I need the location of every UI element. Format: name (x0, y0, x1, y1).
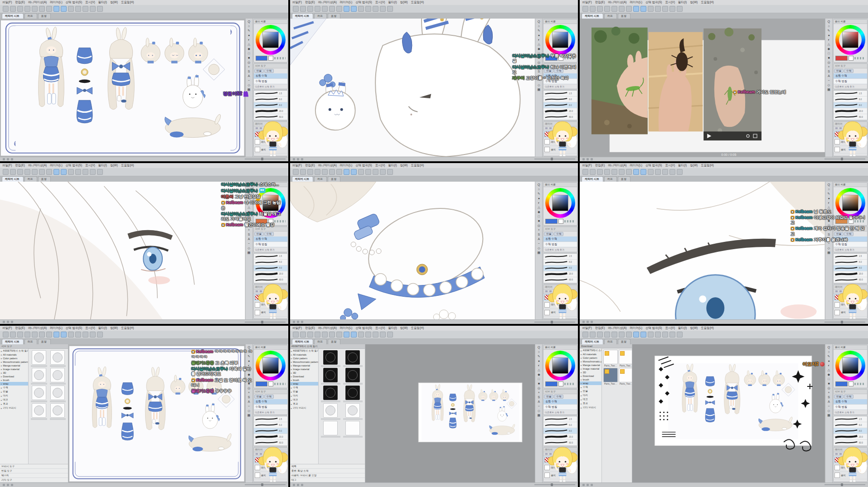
saturation-value-square[interactable] (552, 357, 568, 374)
menu-item[interactable]: 편집(E) (595, 164, 605, 168)
material-tree-item[interactable]: ▸ASSETS에서 소재 찾기 (580, 348, 601, 352)
menu-item[interactable]: 애니메이션(A) (28, 164, 47, 168)
brush-tip-tile[interactable] (342, 421, 364, 438)
tool-icon[interactable]: ✎ (536, 192, 542, 196)
tool-icon[interactable]: ✎ (246, 354, 252, 358)
toolbar-icon[interactable] (17, 169, 23, 175)
tool-icon[interactable]: Q (826, 183, 832, 187)
brush-item[interactable]: 6.0 (834, 422, 867, 428)
tool-icon[interactable]: S (536, 395, 542, 399)
brush-tip-tile[interactable] (320, 368, 341, 385)
canvas-tab[interactable]: 표정 (38, 339, 51, 344)
canvas-tab[interactable]: 러프 (604, 176, 617, 182)
tool-icon[interactable]: A (536, 400, 542, 404)
menu-item[interactable]: 애니메이션(A) (318, 164, 337, 168)
toolbar-icon[interactable] (322, 169, 328, 175)
tool-icon[interactable]: + (826, 228, 832, 232)
tool-icon[interactable]: ◎ (826, 386, 832, 390)
toolbar-icon[interactable] (387, 6, 393, 12)
menu-item[interactable]: 편집(E) (15, 164, 25, 168)
toolbar-icon[interactable] (677, 332, 683, 338)
subtool-item[interactable]: 진한 수채 (254, 236, 287, 242)
toolbar-icon[interactable] (669, 169, 675, 175)
canvas-tab[interactable]: 러프 (24, 13, 37, 19)
material-tree-item[interactable]: ▸기타 브러시 (580, 405, 601, 410)
expand-arrow-icon[interactable]: ▸ (291, 368, 292, 371)
subtool-item[interactable]: 수채 번짐 (543, 242, 577, 247)
toolbar-icon[interactable] (97, 6, 103, 12)
file-thumbnail[interactable]: Parts_Two… (603, 350, 618, 367)
toolbar-icon[interactable] (61, 6, 67, 12)
brush-tip-tile[interactable] (49, 386, 67, 402)
menu-item[interactable]: 창(W) (690, 326, 698, 330)
toolbar-icon[interactable] (39, 6, 45, 12)
tool-icon[interactable]: ○ (246, 24, 252, 28)
subtool-tab[interactable]: 수채 (844, 395, 853, 399)
subtool-item[interactable]: 수채 번짐 (834, 405, 867, 410)
menu-item[interactable]: 필터(I) (388, 164, 397, 168)
toolbar-icon[interactable] (619, 332, 625, 338)
nav-icon[interactable] (7, 484, 9, 486)
tool-icon[interactable]: ● (826, 359, 832, 363)
primary-color-swatch[interactable] (835, 219, 848, 224)
tool-icon[interactable]: ◎ (246, 60, 252, 64)
material-tree-item[interactable]: ▸wrap (580, 381, 601, 385)
menu-item[interactable]: 도움말(H) (121, 326, 134, 330)
toolbar-icon[interactable] (32, 332, 38, 338)
brush-tip-tile[interactable] (49, 350, 67, 367)
tool-icon[interactable]: □ (246, 377, 252, 381)
color-wheel[interactable] (256, 351, 286, 381)
menu-item[interactable]: 선택 범위(S) (66, 0, 82, 5)
toolbar-icon[interactable] (365, 6, 371, 12)
expand-arrow-icon[interactable]: ▸ (581, 378, 582, 381)
toolbar-icon[interactable] (677, 6, 683, 12)
menu-item[interactable]: 파일(F) (292, 326, 302, 330)
brush-item[interactable]: 20.0 (834, 434, 867, 440)
add-material-label[interactable]: 다운로드 소재 추가 (543, 410, 577, 415)
subtool-tab[interactable]: 수채 (554, 395, 563, 399)
toolbar-icon[interactable] (3, 6, 9, 12)
toolbar-icon[interactable] (293, 169, 299, 175)
saturation-value-square[interactable] (552, 32, 568, 48)
expand-arrow-icon[interactable]: ▸ (581, 382, 582, 385)
nav-icon[interactable] (301, 484, 303, 486)
tool-icon[interactable]: Q (536, 19, 542, 24)
menu-item[interactable]: 레이어(L) (340, 164, 352, 168)
tool-icon[interactable]: ~ (246, 78, 252, 82)
toolbar-icon[interactable] (640, 169, 646, 175)
material-tree-item[interactable]: ▸Image material (290, 367, 318, 371)
subtool-tab[interactable]: 연필 (544, 69, 553, 73)
material-tree-item[interactable]: ▸Manga material (0, 364, 28, 367)
material-tree-item[interactable]: ▸마커 (290, 394, 318, 398)
toolbar-icon[interactable] (24, 332, 30, 338)
material-tree-item[interactable]: ▸ASSETS에서 소재 찾기 (0, 349, 28, 353)
tool-icon[interactable]: ◆ (826, 210, 832, 214)
toolbar-icon[interactable] (336, 6, 342, 12)
canvas-tab[interactable]: 캐릭터 시트 (582, 339, 603, 344)
add-material-label[interactable]: 다운로드 소재 추가 (254, 84, 287, 89)
material-tree-item[interactable]: ▸brush (580, 378, 601, 381)
menu-item[interactable]: 창(W) (110, 0, 118, 5)
toolbar-icon[interactable] (597, 169, 603, 175)
menu-item[interactable]: 도움말(H) (701, 326, 714, 330)
material-tree-item[interactable]: ▸효과 (0, 402, 28, 406)
material-tree-item[interactable]: ▸All materials (0, 353, 28, 357)
tool-icon[interactable]: ◎ (536, 60, 542, 64)
material-tree-item[interactable]: ▸Color pattern (580, 356, 601, 360)
tool-icon[interactable]: ◇ (826, 409, 832, 413)
toolbar-icon[interactable] (619, 6, 625, 12)
tool-icon[interactable]: ◆ (536, 372, 542, 376)
zoom-slider[interactable] (824, 322, 865, 323)
tool-icon[interactable]: ~ (536, 241, 542, 246)
canvas-tab[interactable]: 표정 (38, 13, 51, 19)
toolbar-icon[interactable] (68, 6, 74, 12)
brush-tip-tile[interactable] (30, 386, 48, 402)
tool-icon[interactable]: ▦ (826, 413, 832, 417)
tool-icon[interactable]: ▦ (536, 413, 542, 417)
material-tree-item[interactable]: ▸3D (580, 371, 601, 374)
tool-icon[interactable]: ◎ (246, 386, 252, 390)
subtool-item[interactable]: 수채 번짐 (543, 79, 577, 84)
expand-arrow-icon[interactable]: ▸ (291, 353, 292, 356)
menu-item[interactable]: 파일(F) (292, 164, 302, 168)
brush-item[interactable]: 8.0 (834, 428, 867, 434)
